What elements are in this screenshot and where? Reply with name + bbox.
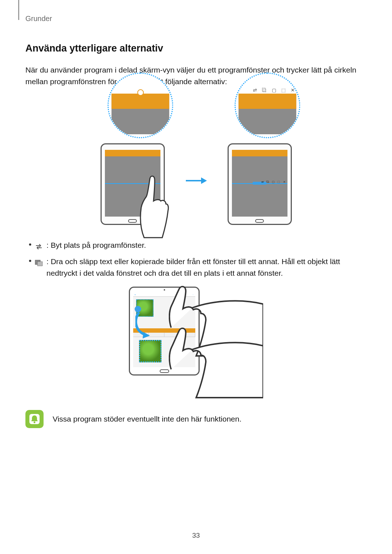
svg-marker-4 (143, 332, 150, 338)
close-mini-icon: ✕ (291, 87, 295, 93)
tablet-right-screen: ⇄ ⿻ ▢ ⬚ ✕ (232, 150, 287, 217)
home-button-icon (255, 219, 264, 223)
note-text: Vissa program stöder eventuellt inte den… (53, 415, 241, 423)
drag-tiny-icon: ⿻ (266, 180, 270, 184)
tablet-right-toolbar: ⇄ ⿻ ▢ ⬚ ✕ (261, 180, 286, 184)
magnifier-right: ⇄ ⿻ ▢ ⬚ ✕ (234, 73, 300, 138)
header-tab-mark (18, 0, 19, 20)
svg-point-6 (34, 421, 36, 423)
page-content: Grunder Använda ytterligare alternativ N… (0, 0, 392, 428)
target-photo-thumb (139, 340, 162, 362)
maximize-mini-icon: ⬚ (281, 87, 286, 93)
illustration-drag-drop: ▾ ··· (25, 287, 367, 395)
drag-path-arrow-icon (135, 309, 154, 338)
tablet-left-divider (105, 183, 160, 184)
magnifier-left-orange-bar (111, 94, 169, 109)
magnifier-right-toolbar: ⇄ ⿻ ▢ ⬚ ✕ (253, 87, 295, 93)
tablet-left-wrap (91, 98, 174, 225)
hand-bottom-icon (169, 327, 263, 403)
swap-icon (35, 242, 43, 248)
intro-paragraph: När du använder program i delad skärm-vy… (25, 64, 367, 87)
home-button-icon (128, 219, 137, 223)
note-callout: Vissa program stöder eventuellt inte den… (25, 410, 367, 428)
bullet-text: : Dra och släpp text eller kopierade bil… (46, 256, 367, 279)
note-bell-icon (25, 410, 44, 428)
tablet-right-wrap: ⇄ ⿻ ▢ ⬚ ✕ ⇄ ⿻ ▢ (218, 98, 301, 225)
topbar-left-label: ▾ (135, 294, 136, 296)
magnifier-right-screen (238, 94, 296, 134)
arrow-right-icon (185, 176, 207, 186)
bullet-item: : Dra och släpp text eller kopierade bil… (29, 256, 367, 279)
swap-tiny-icon: ⇄ (261, 180, 264, 184)
drag-mini-icon: ⿻ (262, 87, 267, 93)
tablet-right: ⇄ ⿻ ▢ ⬚ ✕ (228, 143, 292, 225)
magnifier-right-orange-bar (238, 94, 296, 109)
section-heading: Använda ytterligare alternativ (25, 43, 367, 54)
swap-mini-icon: ⇄ (253, 87, 257, 93)
expand-mini-icon: ▢ (272, 87, 276, 93)
expand-tiny-icon: ▢ (272, 180, 275, 184)
tablet-left-screen (105, 150, 160, 217)
svg-rect-3 (37, 262, 42, 266)
tablet-right-orange-bar (232, 150, 287, 156)
magnifier-left (107, 73, 173, 138)
magnifier-left-screen (111, 94, 169, 134)
illustration-split-screen: ⇄ ⿻ ▢ ⬚ ✕ ⇄ ⿻ ▢ (25, 98, 367, 225)
maximize-tiny-icon: ⬚ (277, 180, 281, 184)
page-number: 33 (192, 532, 200, 539)
tablet-left (101, 143, 165, 225)
breadcrumb: Grunder (25, 15, 367, 23)
bullet-list: : Byt plats på programfönster. : Dra och… (25, 239, 367, 279)
bullet-dot-icon (29, 243, 31, 246)
home-button-icon (160, 369, 169, 373)
bullet-text: : Byt plats på programfönster. (46, 239, 367, 251)
camera-dot-icon (164, 289, 165, 291)
bullet-dot-icon (29, 260, 31, 262)
bullet-item: : Byt plats på programfönster. (29, 239, 367, 251)
drag-drop-icon (35, 258, 43, 264)
svg-marker-1 (201, 177, 207, 184)
close-tiny-icon: ✕ (283, 180, 286, 184)
tablet-left-orange-bar (105, 150, 160, 156)
